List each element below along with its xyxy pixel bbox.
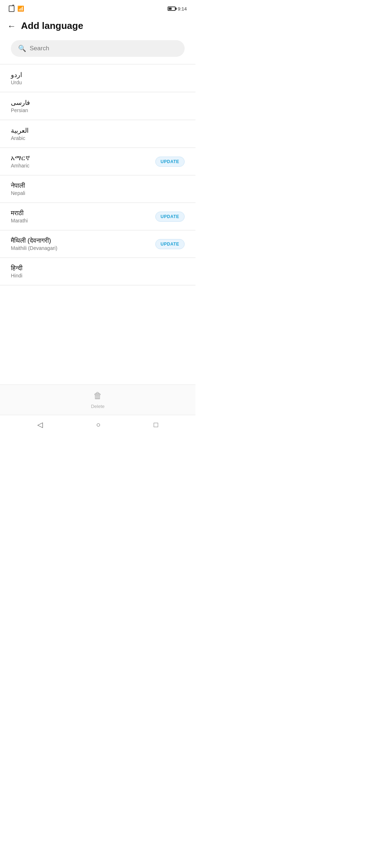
language-item[interactable]: हिन्दीHindi bbox=[0, 258, 196, 285]
list-divider bbox=[0, 285, 196, 285]
lang-native-name: मराठी bbox=[11, 209, 28, 217]
nav-back-icon[interactable]: ◁ bbox=[37, 420, 43, 429]
page-header: ← Add language bbox=[0, 16, 196, 37]
back-button[interactable]: ← bbox=[7, 22, 16, 30]
lang-native-name: አማርኛ bbox=[11, 154, 30, 162]
sim-icon bbox=[9, 5, 14, 12]
wifi-icon: 📶 bbox=[17, 5, 24, 12]
nav-home-icon[interactable]: ○ bbox=[96, 421, 100, 429]
language-item[interactable]: मराठीMarathiUPDATE bbox=[0, 203, 196, 230]
language-item[interactable]: አማርኛAmharicUPDATE bbox=[0, 148, 196, 175]
delete-icon[interactable]: 🗑 bbox=[93, 391, 102, 401]
status-right-info: 9:14 bbox=[168, 6, 187, 12]
lang-english-name: Marathi bbox=[11, 218, 28, 224]
language-list: اردوUrduفارسیPersianالعربيةArabicአማርኛAmh… bbox=[0, 64, 196, 384]
lang-english-name: Persian bbox=[11, 107, 30, 113]
update-badge[interactable]: UPDATE bbox=[155, 212, 185, 222]
language-item[interactable]: नेपालीNepali bbox=[0, 175, 196, 203]
lang-native-name: اردو bbox=[11, 71, 22, 79]
bottom-toolbar: 🗑 Delete bbox=[0, 384, 196, 415]
search-input[interactable] bbox=[30, 45, 177, 52]
time-display: 9:14 bbox=[178, 6, 187, 12]
lang-native-name: मैथिली (देवनागरी) bbox=[11, 237, 57, 244]
lang-english-name: Hindi bbox=[11, 273, 22, 278]
language-item[interactable]: فارسیPersian bbox=[0, 92, 196, 120]
lang-native-name: नेपाली bbox=[11, 182, 25, 190]
update-badge[interactable]: UPDATE bbox=[155, 157, 185, 167]
delete-label: Delete bbox=[91, 404, 105, 409]
update-badge[interactable]: UPDATE bbox=[155, 239, 185, 249]
status-left-icons: 📶 bbox=[9, 5, 24, 12]
search-container: 🔍 bbox=[0, 37, 196, 64]
lang-english-name: Urdu bbox=[11, 80, 22, 85]
language-item[interactable]: العربيةArabic bbox=[0, 120, 196, 148]
lang-native-name: فارسی bbox=[11, 99, 30, 107]
battery-icon bbox=[168, 7, 176, 11]
lang-native-name: العربية bbox=[11, 127, 29, 135]
page-title: Add language bbox=[21, 20, 83, 31]
lang-english-name: Arabic bbox=[11, 135, 29, 141]
nav-bar: ◁ ○ □ bbox=[0, 415, 196, 434]
lang-english-name: Maithili (Devanagari) bbox=[11, 245, 57, 251]
lang-english-name: Amharic bbox=[11, 163, 30, 169]
status-bar: 📶 9:14 bbox=[0, 0, 196, 16]
language-item[interactable]: اردوUrdu bbox=[0, 64, 196, 92]
nav-recent-icon[interactable]: □ bbox=[154, 421, 158, 429]
lang-english-name: Nepali bbox=[11, 190, 25, 196]
language-item[interactable]: मैथिली (देवनागरी)Maithili (Devanagari)UP… bbox=[0, 230, 196, 258]
lang-native-name: हिन्दी bbox=[11, 264, 22, 272]
search-bar[interactable]: 🔍 bbox=[11, 40, 185, 57]
search-icon: 🔍 bbox=[18, 44, 26, 52]
